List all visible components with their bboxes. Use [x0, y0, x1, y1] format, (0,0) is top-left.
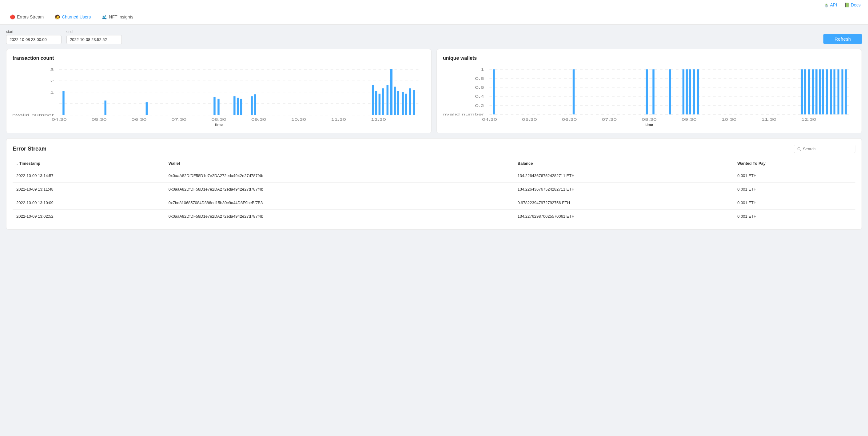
- transaction-count-card: transaction count 3 2 1 Invalid number 0…: [6, 49, 432, 133]
- col-timestamp: ↓ Timestamp: [12, 158, 165, 169]
- svg-text:05:30: 05:30: [92, 118, 107, 121]
- api-link[interactable]: 🍵 API: [824, 2, 837, 7]
- svg-rect-79: [830, 69, 832, 114]
- svg-rect-33: [390, 69, 393, 115]
- svg-rect-70: [697, 69, 699, 114]
- svg-text:0.8: 0.8: [475, 77, 484, 81]
- cell-timestamp: 2022-10-09 13:10:09: [12, 196, 165, 210]
- svg-text:04:30: 04:30: [52, 118, 67, 121]
- svg-rect-81: [838, 69, 839, 114]
- cell-wanted-to-pay: 0.001 ETH: [734, 169, 856, 182]
- svg-text:11:30: 11:30: [761, 118, 776, 121]
- tab-nft-insights-label: NFT Insights: [109, 14, 133, 20]
- unique-wallets-title: unique wallets: [443, 55, 856, 61]
- svg-rect-66: [683, 69, 684, 114]
- search-box[interactable]: [794, 145, 856, 153]
- cell-timestamp: 2022-10-09 13:11:48: [12, 182, 165, 196]
- svg-rect-68: [689, 69, 691, 114]
- end-label: end: [66, 30, 122, 34]
- table-row: 2022-10-09 13:11:48 0x0aaA82DfDF58D1e7e2…: [12, 182, 856, 196]
- svg-text:0.4: 0.4: [475, 94, 485, 98]
- svg-rect-64: [652, 69, 654, 114]
- col-wanted-to-pay: Wanted To Pay: [734, 158, 856, 169]
- svg-text:07:30: 07:30: [171, 118, 186, 121]
- table-head-row: ↓ Timestamp Wallet Balance Wanted To Pay: [12, 158, 856, 169]
- svg-text:12:30: 12:30: [801, 118, 816, 121]
- transaction-count-chart: 3 2 1 Invalid number 04:30 05:30 06:30 0…: [12, 66, 425, 121]
- table-header-row: Error Stream: [12, 145, 856, 153]
- api-icon: 🍵: [824, 2, 829, 7]
- svg-rect-76: [819, 69, 820, 114]
- svg-text:2: 2: [50, 79, 54, 83]
- svg-rect-78: [826, 69, 828, 114]
- svg-rect-61: [493, 69, 495, 114]
- docs-link[interactable]: 📗 Docs: [844, 2, 861, 7]
- cell-balance: 134.226436767524282711 ETH: [514, 169, 734, 182]
- svg-text:08:30: 08:30: [642, 118, 657, 121]
- refresh-button[interactable]: Refresh: [824, 34, 862, 44]
- search-icon: [797, 147, 801, 151]
- svg-text:0.6: 0.6: [475, 86, 484, 90]
- col-balance: Balance: [514, 158, 734, 169]
- svg-line-85: [800, 150, 801, 151]
- unique-wallets-x-label: time: [443, 122, 856, 127]
- svg-rect-82: [841, 69, 843, 114]
- tab-nft-insights[interactable]: 🌊 NFT Insights: [97, 10, 138, 24]
- top-bar: 🍵 API 📗 Docs: [0, 0, 868, 10]
- svg-text:Invalid number: Invalid number: [12, 113, 54, 117]
- svg-text:04:30: 04:30: [482, 118, 497, 121]
- start-date-field: start: [6, 30, 62, 44]
- svg-rect-31: [382, 88, 383, 115]
- svg-rect-38: [409, 88, 411, 115]
- svg-text:05:30: 05:30: [522, 118, 537, 121]
- svg-rect-74: [812, 69, 814, 114]
- svg-rect-22: [217, 99, 219, 115]
- svg-text:Invalid number: Invalid number: [443, 112, 484, 116]
- nft-insights-icon: 🌊: [102, 14, 107, 20]
- tab-churned-users[interactable]: 🧑 Churned Users: [50, 10, 96, 24]
- error-stream-table: ↓ Timestamp Wallet Balance Wanted To Pay: [12, 158, 856, 223]
- svg-rect-83: [845, 69, 846, 114]
- col-wallet: Wallet: [165, 158, 514, 169]
- svg-rect-25: [240, 99, 242, 115]
- cell-wanted-to-pay: 0.001 ETH: [734, 196, 856, 210]
- svg-text:09:30: 09:30: [251, 118, 267, 121]
- svg-rect-24: [237, 98, 239, 115]
- errors-stream-icon: 🔴: [10, 14, 15, 20]
- svg-rect-19: [104, 101, 106, 115]
- svg-rect-80: [834, 69, 835, 114]
- svg-rect-34: [394, 87, 396, 115]
- unique-wallets-chart: 1 0.8 0.6 0.4 0.2 Invalid number 04:30 0…: [443, 66, 856, 121]
- transaction-count-x-label: time: [12, 122, 425, 127]
- cell-wallet: 0x7bd8106857084D386ed15b30c9a44D8F9beBf7…: [165, 196, 514, 210]
- error-stream-title: Error Stream: [12, 146, 46, 152]
- unique-wallets-card: unique wallets 1 0.8 0.6 0.4 0.2 In: [436, 49, 862, 133]
- svg-text:1: 1: [480, 67, 484, 71]
- svg-rect-65: [669, 69, 671, 114]
- table-row: 2022-10-09 13:02:52 0x0aaA82DfDF58D1e7e2…: [12, 210, 856, 223]
- svg-rect-28: [372, 85, 374, 115]
- svg-rect-72: [804, 69, 806, 114]
- cell-timestamp: 2022-10-09 13:02:52: [12, 210, 165, 223]
- start-input[interactable]: [6, 35, 62, 44]
- svg-text:06:30: 06:30: [562, 118, 577, 121]
- svg-text:12:30: 12:30: [371, 118, 386, 121]
- table-row: 2022-10-09 13:10:09 0x7bd8106857084D386e…: [12, 196, 856, 210]
- cell-wanted-to-pay: 0.001 ETH: [734, 182, 856, 196]
- svg-rect-27: [254, 94, 256, 115]
- churned-users-icon: 🧑: [55, 14, 60, 20]
- svg-rect-26: [251, 96, 252, 115]
- sort-icon: ↓: [16, 162, 18, 165]
- svg-rect-30: [379, 94, 380, 115]
- search-input[interactable]: [803, 147, 852, 151]
- svg-rect-32: [386, 85, 389, 115]
- tab-errors-stream-label: Errors Stream: [17, 14, 44, 20]
- docs-label: Docs: [851, 2, 861, 7]
- end-input[interactable]: [66, 35, 122, 44]
- charts-row: transaction count 3 2 1 Invalid number 0…: [6, 49, 862, 133]
- svg-text:10:30: 10:30: [721, 118, 737, 121]
- cell-wallet: 0x0aaA82DfDF58D1e7e2DA272eda4942e27d787f…: [165, 182, 514, 196]
- tab-errors-stream[interactable]: 🔴 Errors Stream: [5, 10, 49, 24]
- svg-rect-39: [413, 90, 415, 115]
- transaction-count-title: transaction count: [12, 55, 425, 61]
